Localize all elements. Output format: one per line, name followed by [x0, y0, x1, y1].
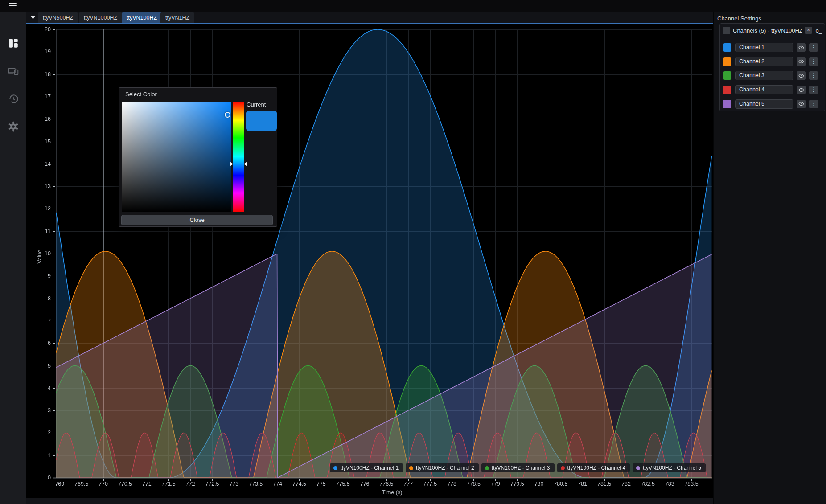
left-sidebar — [0, 12, 26, 504]
y-tick-label: 15 — [31, 139, 51, 145]
y-tick-label: 11 — [31, 228, 51, 234]
x-tick-label: 773 — [229, 481, 238, 487]
y-tick-label: 13 — [31, 183, 51, 189]
x-tick-label: 782 — [621, 481, 631, 487]
legend-color-dot — [485, 466, 489, 470]
remove-group-button[interactable]: × — [805, 27, 812, 34]
channel-color-swatch[interactable] — [723, 71, 731, 80]
x-tick-label: 772.5 — [205, 481, 219, 487]
channel-more-options-button[interactable]: ⋮ — [809, 100, 818, 108]
x-tick-label: 777 — [403, 481, 413, 487]
channel-settings-panel: Channel Settings – Channels (5) - ttyVN1… — [713, 12, 826, 504]
y-tick-label: 20 — [31, 26, 51, 33]
visibility-eye-button[interactable] — [797, 57, 806, 66]
channel-color-swatch[interactable] — [723, 86, 731, 94]
y-tick-label: 4 — [31, 385, 51, 391]
y-tick-label: 0 — [31, 475, 51, 481]
y-tick-label: 18 — [31, 71, 51, 78]
visibility-eye-button[interactable] — [797, 71, 806, 80]
x-tick-label: 773.5 — [249, 481, 263, 487]
legend-item[interactable]: ttyVN100HZ - Channel 1 — [330, 463, 403, 472]
channel-color-swatch[interactable] — [723, 100, 731, 108]
tab-bar: ttyVN500HZ ttyVN1000HZ ttyVN100HZ ttyVN1… — [26, 12, 713, 24]
channel-more-options-button[interactable]: ⋮ — [809, 57, 818, 66]
y-tick-label: 17 — [31, 94, 51, 100]
hue-handle-icon[interactable] — [230, 162, 233, 166]
visibility-eye-button[interactable] — [797, 86, 806, 94]
hamburger-menu-icon[interactable] — [9, 3, 17, 8]
x-tick-label: 771 — [142, 481, 152, 487]
settings-gear-icon[interactable] — [8, 121, 19, 132]
y-tick-label: 3 — [31, 407, 51, 414]
channel-more-options-button[interactable]: ⋮ — [809, 71, 818, 80]
channel-color-swatch[interactable] — [723, 57, 731, 66]
tab-ttyVN1000HZ[interactable]: ttyVN1000HZ — [79, 12, 122, 23]
x-tick-label: 774 — [273, 481, 282, 487]
channel-group-title: Channels (5) - ttyVN100HZ_a — [733, 27, 802, 34]
legend-item[interactable]: ttyVN100HZ - Channel 4 — [557, 463, 630, 472]
tab-ttyVN100HZ[interactable]: ttyVN100HZ — [122, 12, 162, 23]
x-tick-label: 775.5 — [336, 481, 349, 487]
legend-label: ttyVN100HZ - Channel 1 — [340, 465, 399, 471]
y-axis-title: Value — [37, 250, 43, 263]
channel-row: Channel 5⋮ — [723, 99, 822, 109]
channel-name-field[interactable]: Channel 4 — [735, 85, 793, 94]
top-bar — [0, 0, 826, 12]
tab-ttyVN500HZ[interactable]: ttyVN500HZ — [38, 12, 78, 23]
hue-slider[interactable] — [233, 102, 244, 212]
devices-icon[interactable] — [8, 66, 19, 77]
x-tick-label: 779 — [491, 481, 500, 487]
legend-color-dot — [409, 466, 413, 470]
channel-name-field[interactable]: Channel 5 — [735, 99, 793, 109]
x-tick-label: 781 — [578, 481, 587, 487]
x-tick-label: 781.5 — [597, 481, 611, 487]
visibility-eye-button[interactable] — [797, 43, 806, 52]
x-tick-label: 780.5 — [554, 481, 567, 487]
tab-ttyVN1HZ[interactable]: ttyVN1HZ — [160, 12, 194, 23]
x-tick-label: 770.5 — [118, 481, 132, 487]
color-cursor[interactable] — [225, 112, 230, 118]
legend-item[interactable]: ttyVN100HZ - Channel 3 — [481, 463, 555, 472]
x-tick-label: 771.5 — [162, 481, 176, 487]
close-button[interactable]: Close — [121, 215, 273, 225]
layout-panels-icon[interactable] — [8, 37, 19, 49]
tab-list-dropdown-icon[interactable] — [30, 16, 36, 19]
y-tick-label: 8 — [31, 295, 51, 302]
select-color-dialog: Select Color Current Close — [119, 87, 277, 227]
current-color-swatch — [246, 111, 277, 131]
visibility-eye-button[interactable] — [797, 100, 806, 108]
dialog-title: Select Color — [119, 88, 277, 101]
legend-item[interactable]: ttyVN100HZ - Channel 2 — [406, 463, 479, 472]
channel-more-options-button[interactable]: ⋮ — [809, 43, 818, 52]
y-tick-label: 6 — [31, 340, 51, 346]
channel-more-options-button[interactable]: ⋮ — [809, 86, 818, 94]
legend-item[interactable]: ttyVN100HZ - Channel 5 — [633, 463, 706, 472]
collapse-button[interactable]: – — [723, 27, 730, 34]
y-tick-label: 1 — [31, 452, 51, 459]
channel-group-box: – Channels (5) - ttyVN100HZ_a × o_ Chann… — [719, 23, 825, 111]
bottom-strip — [26, 498, 713, 504]
saturation-value-square[interactable] — [122, 102, 231, 212]
x-tick-label: 775 — [316, 481, 326, 487]
channel-name-field[interactable]: Channel 2 — [735, 57, 793, 66]
y-tick-label: 12 — [31, 205, 51, 212]
channel-group-title-overflow: o_ — [816, 27, 822, 34]
app-window: ttyVN500HZ ttyVN1000HZ ttyVN100HZ ttyVN1… — [0, 0, 826, 504]
legend-label: ttyVN100HZ - Channel 3 — [492, 465, 550, 471]
history-icon[interactable] — [8, 93, 19, 105]
y-tick-label: 7 — [31, 318, 51, 324]
channel-name-field[interactable]: Channel 3 — [735, 71, 793, 80]
channel-color-swatch[interactable] — [723, 43, 731, 52]
legend-label: ttyVN100HZ - Channel 4 — [567, 465, 626, 471]
y-tick-label: 5 — [31, 363, 51, 369]
plot-panel[interactable]: 769769.5770770.5771771.5772772.5773773.5… — [26, 24, 713, 498]
x-tick-label: 782.5 — [641, 481, 655, 487]
x-tick-label: 776 — [360, 481, 370, 487]
x-axis-title: Time (s) — [382, 489, 402, 496]
channel-name-field[interactable]: Channel 1 — [735, 43, 793, 52]
channel-row: Channel 1⋮ — [723, 43, 822, 52]
hue-handle-icon[interactable] — [244, 162, 247, 166]
panel-title: Channel Settings — [714, 12, 826, 22]
x-tick-label: 776.5 — [379, 481, 393, 487]
legend-label: ttyVN100HZ - Channel 2 — [416, 465, 474, 471]
